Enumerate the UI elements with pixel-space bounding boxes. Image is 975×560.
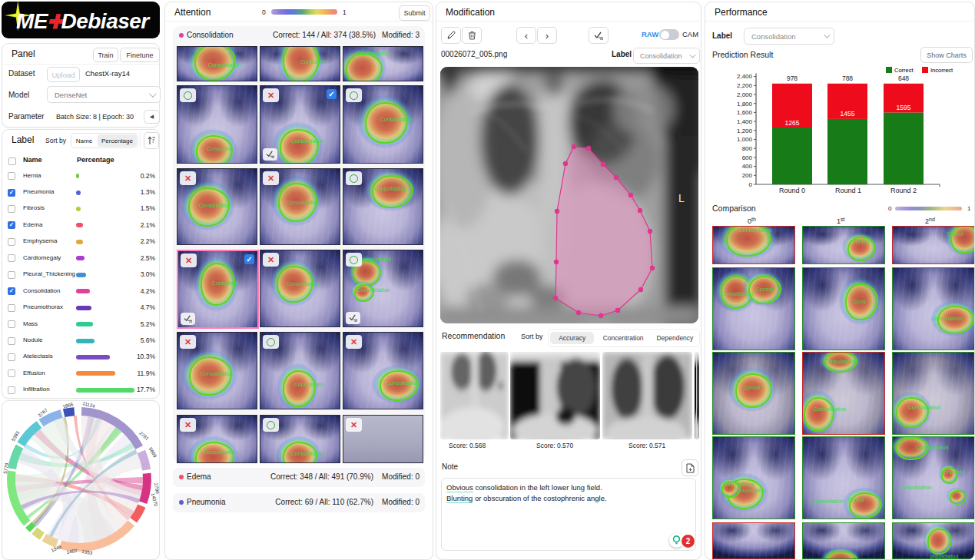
svg-text:200: 200 [742, 172, 753, 179]
svg-text:14070: 14070 [151, 492, 159, 507]
svg-text:1407: 1407 [66, 548, 78, 555]
svg-text:1,800: 1,800 [737, 101, 753, 108]
svg-text:Incorrect: Incorrect [930, 67, 953, 74]
svg-text:L: L [682, 358, 685, 366]
svg-text:978: 978 [787, 75, 798, 82]
svg-text:2,400: 2,400 [737, 73, 753, 80]
svg-text:1,200: 1,200 [737, 128, 753, 134]
svg-text:1,000: 1,000 [737, 136, 753, 143]
svg-text:1455: 1455 [841, 110, 855, 118]
svg-text:Correct: Correct [894, 67, 914, 74]
svg-text:648: 648 [898, 75, 909, 82]
svg-text:2781: 2781 [138, 430, 151, 442]
svg-text:Round 0: Round 0 [779, 187, 805, 194]
svg-text:L: L [678, 192, 685, 204]
svg-text:1595: 1595 [897, 104, 911, 111]
svg-text:Round 1: Round 1 [835, 187, 861, 194]
svg-text:2,200: 2,200 [737, 82, 753, 89]
svg-text:1,400: 1,400 [737, 118, 753, 125]
svg-text:0: 0 [749, 181, 753, 188]
svg-text:1,600: 1,600 [737, 109, 753, 116]
svg-text:600: 600 [742, 154, 753, 161]
svg-text:1265: 1265 [785, 119, 800, 127]
svg-text:400: 400 [742, 163, 753, 170]
svg-text:1953: 1953 [81, 548, 94, 555]
svg-text:Round 2: Round 2 [890, 187, 917, 194]
svg-text:788: 788 [842, 75, 853, 82]
svg-text:2,000: 2,000 [737, 91, 753, 98]
svg-text:800: 800 [742, 145, 753, 152]
svg-text:5669: 5669 [148, 446, 158, 459]
